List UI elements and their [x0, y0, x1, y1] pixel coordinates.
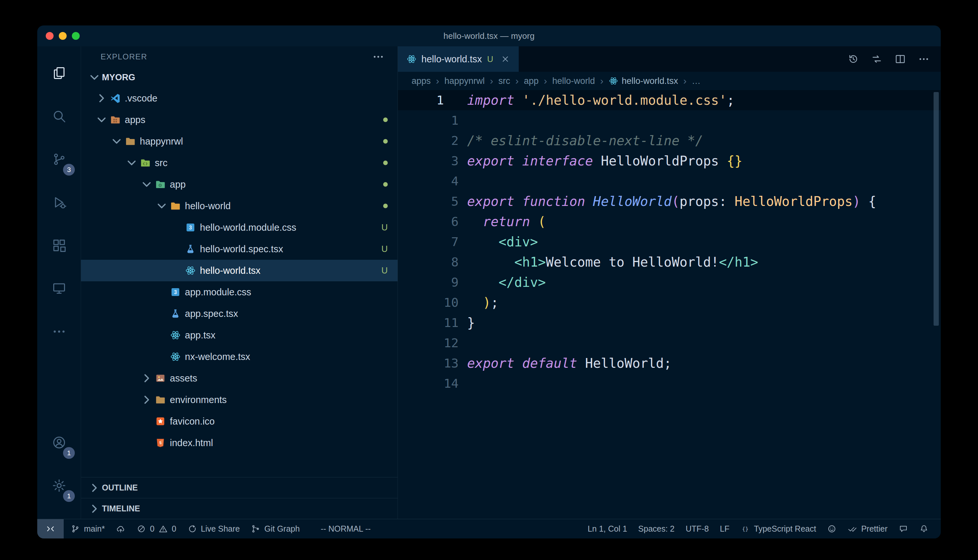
chevron-down-icon[interactable]: [139, 177, 154, 192]
status-eol[interactable]: LF: [714, 519, 735, 538]
zoom-button[interactable]: [72, 32, 80, 40]
code-line[interactable]: 6 return (: [398, 212, 941, 232]
breadcrumb-apps[interactable]: apps: [411, 76, 431, 86]
tree-item-.vscode[interactable]: .vscode: [81, 87, 398, 109]
explorer-more-actions-icon[interactable]: [372, 51, 385, 63]
code-line[interactable]: 12: [398, 333, 941, 353]
line-number[interactable]: 7: [398, 232, 467, 252]
activity-search[interactable]: [37, 95, 81, 138]
code-line[interactable]: 1import './hello-world.module.css';: [398, 90, 941, 110]
tree-item-nx-welcome.tsx[interactable]: nx-welcome.tsx: [81, 346, 398, 367]
breadcrumb-app[interactable]: app: [524, 76, 539, 86]
code-line[interactable]: 14: [398, 373, 941, 393]
tree-item-src[interactable]: src: [81, 152, 398, 173]
activity-accounts[interactable]: 1: [37, 421, 81, 464]
minimize-button[interactable]: [59, 32, 67, 40]
breadcrumb-more[interactable]: …: [692, 76, 700, 86]
activity-source-control[interactable]: 3: [37, 138, 81, 181]
tree-item-hello-world.tsx[interactable]: hello-world.tsxU: [81, 260, 398, 281]
chevron-down-icon[interactable]: [124, 155, 139, 170]
code-line[interactable]: 8 <h1>Welcome to HelloWorld!</h1>: [398, 252, 941, 272]
activity-explorer[interactable]: [37, 52, 81, 95]
status-feedback-smiley[interactable]: [821, 519, 842, 538]
tree-item-hello-world.module.css[interactable]: 3hello-world.module.cssU: [81, 217, 398, 238]
tree-item-favicon.ico[interactable]: favicon.ico: [81, 410, 398, 432]
status-notifications[interactable]: [914, 519, 934, 538]
line-number[interactable]: 3: [398, 151, 467, 171]
code-line[interactable]: 1: [398, 110, 941, 130]
status-remote[interactable]: [37, 519, 64, 538]
tree-item-happynrwl[interactable]: happynrwl: [81, 130, 398, 152]
line-number[interactable]: 9: [398, 272, 467, 292]
code-line[interactable]: 7 <div>: [398, 232, 941, 252]
breadcrumb-src[interactable]: src: [498, 76, 510, 86]
tree-item-hello-world.spec.tsx[interactable]: hello-world.spec.tsxU: [81, 238, 398, 260]
line-number[interactable]: 14: [398, 373, 467, 393]
tree-item-apps[interactable]: apps: [81, 109, 398, 130]
status-language-mode[interactable]: {}TypeScript React: [735, 519, 821, 538]
code-line[interactable]: 4: [398, 171, 941, 191]
tree-item-app.tsx[interactable]: app.tsx: [81, 324, 398, 346]
activity-extensions[interactable]: [37, 224, 81, 267]
status-git-graph[interactable]: Git Graph: [245, 519, 305, 538]
code-line[interactable]: 13export default HelloWorld;: [398, 353, 941, 373]
tab-hello-world-tsx[interactable]: hello-world.tsx U: [398, 46, 519, 72]
status-sync[interactable]: [110, 519, 131, 538]
code-line[interactable]: 2/* eslint-disable-next-line */: [398, 130, 941, 151]
line-number[interactable]: 8: [398, 252, 467, 272]
close-icon[interactable]: [500, 54, 510, 64]
chevron-right-icon[interactable]: [94, 91, 109, 106]
chevron-down-icon[interactable]: [109, 134, 124, 149]
line-number[interactable]: 2: [398, 130, 467, 151]
tree-item-environments[interactable]: environments: [81, 389, 398, 410]
line-number[interactable]: 13: [398, 353, 467, 373]
tree-item-app.spec.tsx[interactable]: app.spec.tsx: [81, 303, 398, 324]
tree-item-app[interactable]: app: [81, 173, 398, 195]
status-cursor-position[interactable]: Ln 1, Col 1: [582, 519, 633, 538]
breadcrumb-hello-world[interactable]: hello-world: [552, 76, 595, 86]
editor-scrollbar[interactable]: [934, 92, 939, 326]
status-comments[interactable]: [893, 519, 914, 538]
code-line[interactable]: 10 );: [398, 292, 941, 313]
status-live-share[interactable]: Live Share: [182, 519, 246, 538]
chevron-right-icon[interactable]: [139, 371, 154, 386]
tree-item-assets[interactable]: assets: [81, 367, 398, 389]
close-button[interactable]: [46, 32, 53, 40]
status-indentation[interactable]: Spaces: 2: [633, 519, 680, 538]
code-line[interactable]: 3export interface HelloWorldProps {}: [398, 151, 941, 171]
line-number[interactable]: 1: [398, 110, 467, 130]
code-line[interactable]: 9 </div>: [398, 272, 941, 292]
compare-icon[interactable]: [871, 53, 883, 65]
breadcrumb-happynrwl[interactable]: happynrwl: [445, 76, 485, 86]
line-number[interactable]: 5: [398, 191, 467, 212]
line-number[interactable]: 4: [398, 171, 467, 191]
tree-item-hello-world[interactable]: hello-world: [81, 195, 398, 217]
status-git-branch[interactable]: main*: [65, 519, 110, 538]
activity-run-and-debug[interactable]: [37, 181, 81, 224]
chevron-down-icon[interactable]: [94, 112, 109, 127]
history-icon[interactable]: [848, 53, 859, 65]
tree-item-app.module.css[interactable]: 3app.module.css: [81, 281, 398, 303]
code-line[interactable]: 5export function HelloWorld(props: Hello…: [398, 191, 941, 212]
activity-settings[interactable]: 1: [37, 464, 81, 507]
tree-item-index.html[interactable]: 5index.html: [81, 432, 398, 453]
section-header-myorg[interactable]: MYORG: [81, 67, 398, 87]
line-number[interactable]: 11: [398, 313, 467, 333]
split-editor-icon[interactable]: [894, 53, 906, 65]
chevron-right-icon[interactable]: [139, 392, 154, 407]
status-prettier[interactable]: Prettier: [842, 519, 893, 538]
status-problems[interactable]: 00: [131, 519, 182, 538]
ellipsis-icon[interactable]: [918, 53, 930, 65]
status-encoding[interactable]: UTF-8: [680, 519, 714, 538]
activity-remote-explorer[interactable]: [37, 267, 81, 310]
line-number[interactable]: 12: [398, 333, 467, 353]
status-vim-mode[interactable]: -- NORMAL --: [315, 519, 376, 538]
code-line[interactable]: 11}: [398, 313, 941, 333]
breadcrumb-hello-world.tsx[interactable]: hello-world.tsx: [609, 76, 678, 86]
line-number[interactable]: 1: [398, 90, 467, 110]
activity-more-views[interactable]: [37, 310, 81, 353]
chevron-down-icon[interactable]: [154, 198, 169, 213]
line-number[interactable]: 6: [398, 212, 467, 232]
line-number[interactable]: 10: [398, 292, 467, 313]
section-timeline[interactable]: TIMELINE: [81, 498, 398, 519]
